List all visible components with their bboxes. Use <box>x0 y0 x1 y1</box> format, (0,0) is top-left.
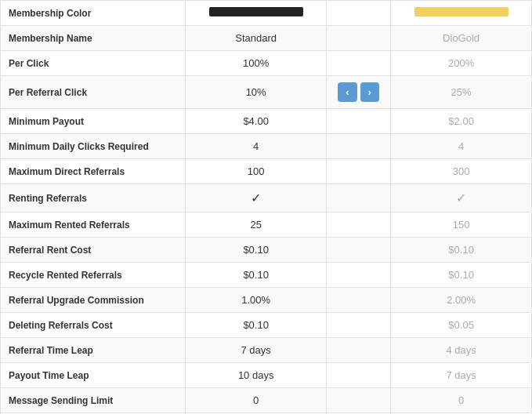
diogold-checkmark: ✓ <box>456 191 466 205</box>
diogold-value: $0.10 <box>391 263 532 288</box>
table-row: Recycle Rented Referrals$0.10$0.10 <box>1 263 532 288</box>
diogold-value: $0.05 <box>391 313 532 338</box>
nav-cell[interactable] <box>327 184 391 212</box>
table-row: Renting Referrals✓✓ <box>1 184 532 212</box>
row-label: Per Click <box>1 51 186 76</box>
diogold-value: DioGold <box>391 26 532 51</box>
row-label: Maximum Rented Referrals <box>1 212 186 238</box>
row-label: Message Sending Limit <box>1 388 186 413</box>
nav-cell[interactable] <box>327 109 391 134</box>
standard-value: $4.00 <box>186 109 327 134</box>
table-row: Referral Upgrade Commission1.00%2.00% <box>1 288 532 313</box>
diogold-value: $2.00 <box>391 109 532 134</box>
nav-cell[interactable]: ‹› <box>327 76 391 109</box>
row-label: Membership Color <box>1 1 186 26</box>
nav-cell[interactable] <box>327 388 391 413</box>
nav-cell[interactable] <box>327 134 391 159</box>
next-button[interactable]: › <box>360 82 379 102</box>
diogold-value: 200% <box>391 51 532 76</box>
standard-checkmark: ✓ <box>251 191 261 205</box>
row-label: Referral Rent Cost <box>1 238 186 263</box>
nav-cell[interactable] <box>327 51 391 76</box>
table-row: Membership NameStandardDioGold <box>1 26 532 51</box>
table-row: Per Referral Click10%‹›25% <box>1 76 532 109</box>
standard-value: $0.10 <box>186 313 327 338</box>
nav-cell[interactable] <box>327 338 391 363</box>
standard-color-bar <box>209 7 303 16</box>
row-label: Minimum Daily Clicks Required <box>1 134 186 159</box>
standard-value: 10% <box>186 76 327 109</box>
table-row: Membership Color <box>1 1 532 26</box>
nav-cell[interactable] <box>327 263 391 288</box>
standard-value: 1.00% <box>186 288 327 313</box>
navigation-buttons: ‹› <box>335 82 382 102</box>
diogold-value: 150 <box>391 212 532 238</box>
nav-cell[interactable] <box>327 363 391 388</box>
row-label: Recycle Rented Referrals <box>1 263 186 288</box>
row-label: Deleting Referrals Cost <box>1 313 186 338</box>
row-label: Maximum Direct Referrals <box>1 159 186 184</box>
standard-value: 0 <box>186 388 327 413</box>
table-row: Maximum Direct Referrals100300 <box>1 159 532 184</box>
table-row: Message Sending Limit00 <box>1 388 532 413</box>
row-label: Payout Time Leap <box>1 363 186 388</box>
nav-cell[interactable] <box>327 238 391 263</box>
standard-value: 10 days <box>186 363 327 388</box>
standard-value: 100% <box>186 51 327 76</box>
standard-value: ✓ <box>186 184 327 212</box>
standard-value <box>186 1 327 26</box>
nav-cell[interactable] <box>327 313 391 338</box>
diogold-value: 4 <box>391 134 532 159</box>
diogold-value: 0 <box>391 388 532 413</box>
diogold-value: 2.00% <box>391 288 532 313</box>
standard-value: Standard <box>186 26 327 51</box>
standard-value: $0.10 <box>186 263 327 288</box>
diogold-value: 300 <box>391 159 532 184</box>
nav-cell[interactable] <box>327 159 391 184</box>
prev-button[interactable]: ‹ <box>338 82 356 102</box>
diogold-value: 7 days <box>391 363 532 388</box>
row-label: Renting Referrals <box>1 184 186 212</box>
nav-cell[interactable] <box>327 288 391 313</box>
table-row: Payout Time Leap10 days7 days <box>1 363 532 388</box>
table-row: Minimum Daily Clicks Required44 <box>1 134 532 159</box>
row-label: Minimum Payout <box>1 109 186 134</box>
nav-cell[interactable] <box>327 212 391 238</box>
standard-value: 100 <box>186 159 327 184</box>
diogold-value: $0.10 <box>391 238 532 263</box>
row-label: Referral Time Leap <box>1 338 186 363</box>
table-row: Per Click100%200% <box>1 51 532 76</box>
standard-value: 25 <box>186 212 327 238</box>
standard-value: $0.10 <box>186 238 327 263</box>
nav-cell[interactable] <box>327 26 391 51</box>
diogold-value <box>391 1 532 26</box>
diogold-value: 25% <box>391 76 532 109</box>
table-row: Maximum Rented Referrals25150 <box>1 212 532 238</box>
row-label: Membership Name <box>1 26 186 51</box>
nav-cell[interactable] <box>327 1 391 26</box>
table-row: Minimum Payout$4.00$2.00 <box>1 109 532 134</box>
diogold-value: 4 days <box>391 338 532 363</box>
comparison-table: Membership ColorMembership NameStandardD… <box>0 0 532 414</box>
diogold-value: ✓ <box>391 184 532 212</box>
table-row: Referral Time Leap7 days4 days <box>1 338 532 363</box>
row-label: Per Referral Click <box>1 76 186 109</box>
table-row: Referral Rent Cost$0.10$0.10 <box>1 238 532 263</box>
standard-value: 4 <box>186 134 327 159</box>
table-row: Deleting Referrals Cost$0.10$0.05 <box>1 313 532 338</box>
standard-value: 7 days <box>186 338 327 363</box>
row-label: Referral Upgrade Commission <box>1 288 186 313</box>
diogold-color-bar <box>414 7 508 16</box>
